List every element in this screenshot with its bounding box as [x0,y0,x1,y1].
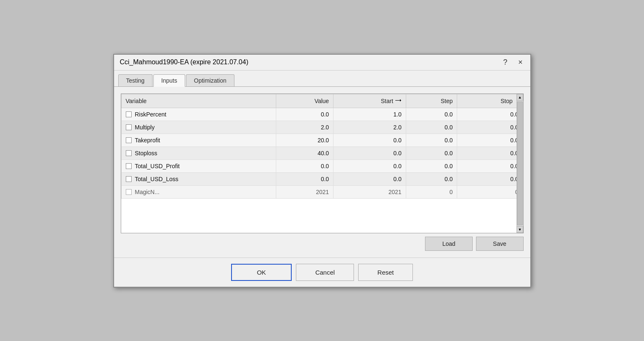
inputs-table: Variable Value Start ⭢ Step [121,94,523,199]
row-checkbox-5[interactable] [126,176,132,182]
value-cell-4: 0.0 [276,159,333,172]
start-cell-0: 1.0 [333,108,406,121]
close-button[interactable]: × [517,58,524,67]
var-cell-3: Stoploss [121,147,276,159]
start-cell-4: 0.0 [333,159,406,172]
value-cell-5: 0.0 [276,172,333,185]
var-cell-6: MagicN... [121,185,276,198]
table-row: Stoploss40.00.00.00.0 [121,147,523,159]
inputs-table-container: Variable Value Start ⭢ Step [121,93,524,233]
main-window: Cci_Mahmoud1990-EA (expire 2021.07.04) ?… [113,54,531,288]
window-title: Cci_Mahmoud1990-EA (expire 2021.07.04) [120,58,249,66]
table-row: Takeprofit20.00.00.00.0 [121,134,523,147]
title-bar: Cci_Mahmoud1990-EA (expire 2021.07.04) ?… [114,55,530,71]
vertical-scrollbar[interactable]: ▲ ▼ [517,94,523,233]
table-row: RiskPercent0.01.00.00.0 [121,108,523,121]
resize-cursor-icon: ⭢ [395,97,402,104]
cancel-button[interactable]: Cancel [296,264,354,281]
table-row: Multiply2.02.00.00.0 [121,121,523,134]
row-checkbox-3[interactable] [126,150,132,156]
step-cell-4: 0.0 [406,159,457,172]
var-cell-4: Total_USD_Profit [121,159,276,172]
tab-inputs[interactable]: Inputs [153,74,185,87]
start-cell-6: 2021 [333,185,406,198]
table-row: Total_USD_Profit0.00.00.00.0 [121,159,523,172]
title-bar-buttons: ? × [501,58,524,67]
row-checkbox-1[interactable] [126,124,132,130]
help-button[interactable]: ? [501,58,509,67]
scroll-thumb[interactable] [517,101,523,225]
reset-button[interactable]: Reset [358,264,413,281]
row-checkbox-6[interactable] [126,189,132,195]
row-checkbox-4[interactable] [126,163,132,169]
load-button[interactable]: Load [425,237,472,251]
scroll-down-arrow[interactable]: ▼ [517,226,523,233]
content-area: Variable Value Start ⭢ Step [114,87,530,258]
tab-optimization[interactable]: Optimization [186,74,234,86]
start-cell-1: 2.0 [333,121,406,134]
row-checkbox-2[interactable] [126,137,132,143]
stop-cell-0: 0.0 [457,108,523,121]
col-start[interactable]: Start ⭢ [333,94,406,108]
footer-buttons: OK Cancel Reset [114,258,530,287]
start-cell-5: 0.0 [333,172,406,185]
step-cell-0: 0.0 [406,108,457,121]
var-cell-5: Total_USD_Loss [121,172,276,185]
value-cell-2: 20.0 [276,134,333,147]
var-cell-1: Multiply [121,121,276,134]
value-cell-0: 0.0 [276,108,333,121]
var-name-1: Multiply [135,124,155,131]
value-cell-3: 40.0 [276,147,333,159]
col-step: Step [406,94,457,108]
var-cell-2: Takeprofit [121,134,276,147]
value-cell-1: 2.0 [276,121,333,134]
step-cell-6: 0 [406,185,457,198]
var-name-3: Stoploss [135,150,158,157]
stop-cell-6: 0 [457,185,523,198]
col-variable: Variable [121,94,276,108]
var-name-6: MagicN... [135,189,160,195]
ok-button[interactable]: OK [231,264,292,281]
step-cell-3: 0.0 [406,147,457,159]
start-cell-3: 0.0 [333,147,406,159]
step-cell-2: 0.0 [406,134,457,147]
tab-bar: Testing Inputs Optimization [114,71,530,87]
load-save-buttons: Load Save [121,237,524,251]
col-value: Value [276,94,333,108]
stop-cell-2: 0.0 [457,134,523,147]
var-name-4: Total_USD_Profit [135,163,180,169]
stop-cell-1: 0.0 [457,121,523,134]
step-cell-1: 0.0 [406,121,457,134]
var-name-5: Total_USD_Loss [135,176,178,182]
table-row: Total_USD_Loss0.00.00.00.0 [121,172,523,185]
row-checkbox-0[interactable] [126,111,132,117]
scroll-up-arrow[interactable]: ▲ [517,94,523,101]
tab-testing[interactable]: Testing [118,74,153,86]
var-name-2: Takeprofit [135,137,160,144]
save-button[interactable]: Save [476,237,524,251]
step-cell-5: 0.0 [406,172,457,185]
stop-cell-4: 0.0 [457,159,523,172]
var-name-0: RiskPercent [135,111,166,118]
col-stop: Stop [457,94,523,108]
stop-cell-3: 0.0 [457,147,523,159]
value-cell-6: 2021 [276,185,333,198]
var-cell-0: RiskPercent [121,108,276,121]
start-cell-2: 0.0 [333,134,406,147]
table-row: MagicN...2021202100 [121,185,523,198]
stop-cell-5: 0.0 [457,172,523,185]
